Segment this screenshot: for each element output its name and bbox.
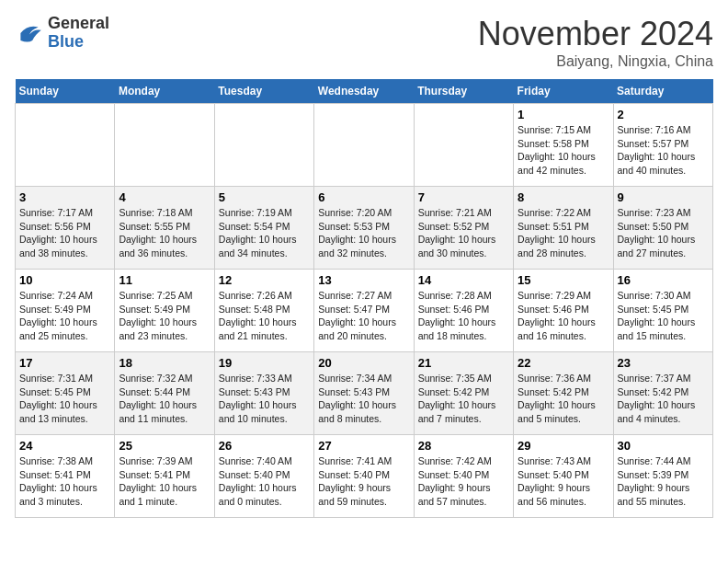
day-info: Sunrise: 7:16 AM Sunset: 5:57 PM Dayligh…: [618, 123, 709, 178]
day-number: 7: [418, 190, 509, 204]
calendar-cell: 14Sunrise: 7:28 AM Sunset: 5:46 PM Dayli…: [414, 270, 513, 352]
day-number: 12: [219, 273, 310, 287]
col-wednesday: Wednesday: [314, 79, 414, 104]
calendar-table: Sunday Monday Tuesday Wednesday Thursday…: [15, 79, 713, 518]
day-info: Sunrise: 7:25 AM Sunset: 5:49 PM Dayligh…: [119, 289, 210, 343]
col-thursday: Thursday: [414, 79, 513, 104]
day-number: 22: [518, 356, 609, 370]
day-number: 30: [618, 439, 709, 453]
day-info: Sunrise: 7:36 AM Sunset: 5:42 PM Dayligh…: [518, 372, 609, 426]
calendar-cell: 11Sunrise: 7:25 AM Sunset: 5:49 PM Dayli…: [115, 270, 214, 352]
day-info: Sunrise: 7:42 AM Sunset: 5:40 PM Dayligh…: [418, 454, 509, 509]
day-number: 21: [418, 356, 509, 370]
day-number: 4: [119, 190, 210, 204]
logo: General Blue: [15, 15, 109, 52]
calendar-cell: 1Sunrise: 7:15 AM Sunset: 5:58 PM Daylig…: [514, 104, 613, 187]
day-info: Sunrise: 7:22 AM Sunset: 5:51 PM Dayligh…: [518, 206, 609, 260]
day-number: 23: [618, 356, 709, 370]
location-subtitle: Baiyang, Ningxia, China: [478, 53, 713, 70]
calendar-cell: 28Sunrise: 7:42 AM Sunset: 5:40 PM Dayli…: [414, 435, 513, 518]
calendar-cell: 8Sunrise: 7:22 AM Sunset: 5:51 PM Daylig…: [514, 187, 613, 270]
day-number: 10: [19, 273, 110, 287]
day-info: Sunrise: 7:39 AM Sunset: 5:41 PM Dayligh…: [119, 454, 210, 509]
day-number: 1: [518, 108, 609, 121]
header: General Blue November 2024 Baiyang, Ning…: [15, 15, 713, 70]
day-info: Sunrise: 7:15 AM Sunset: 5:58 PM Dayligh…: [518, 123, 609, 178]
day-number: 19: [219, 356, 310, 370]
day-info: Sunrise: 7:34 AM Sunset: 5:43 PM Dayligh…: [318, 372, 409, 426]
calendar-cell: [115, 104, 214, 187]
calendar-cell: 26Sunrise: 7:40 AM Sunset: 5:40 PM Dayli…: [214, 435, 313, 518]
day-info: Sunrise: 7:19 AM Sunset: 5:54 PM Dayligh…: [219, 206, 310, 260]
day-number: 6: [318, 190, 409, 204]
day-info: Sunrise: 7:44 AM Sunset: 5:39 PM Dayligh…: [618, 454, 709, 509]
calendar-cell: [414, 104, 513, 187]
day-number: 11: [119, 273, 210, 287]
day-info: Sunrise: 7:20 AM Sunset: 5:53 PM Dayligh…: [318, 206, 409, 260]
day-info: Sunrise: 7:38 AM Sunset: 5:41 PM Dayligh…: [19, 454, 110, 509]
col-friday: Friday: [514, 79, 613, 104]
calendar-cell: 21Sunrise: 7:35 AM Sunset: 5:42 PM Dayli…: [414, 352, 513, 435]
week-row-4: 17Sunrise: 7:31 AM Sunset: 5:45 PM Dayli…: [16, 352, 713, 435]
day-number: 20: [318, 356, 409, 370]
calendar-cell: 24Sunrise: 7:38 AM Sunset: 5:41 PM Dayli…: [16, 435, 115, 518]
day-info: Sunrise: 7:30 AM Sunset: 5:45 PM Dayligh…: [618, 289, 709, 343]
calendar-cell: 19Sunrise: 7:33 AM Sunset: 5:43 PM Dayli…: [214, 352, 313, 435]
calendar-cell: 13Sunrise: 7:27 AM Sunset: 5:47 PM Dayli…: [314, 270, 414, 352]
col-tuesday: Tuesday: [214, 79, 313, 104]
calendar-cell: [214, 104, 313, 187]
day-number: 9: [618, 190, 709, 204]
day-info: Sunrise: 7:29 AM Sunset: 5:46 PM Dayligh…: [518, 289, 609, 343]
calendar-cell: 6Sunrise: 7:20 AM Sunset: 5:53 PM Daylig…: [314, 187, 414, 270]
day-number: 15: [518, 273, 609, 287]
logo-icon: [15, 18, 44, 48]
calendar-cell: [314, 104, 414, 187]
calendar-cell: 2Sunrise: 7:16 AM Sunset: 5:57 PM Daylig…: [613, 104, 712, 187]
calendar-cell: 22Sunrise: 7:36 AM Sunset: 5:42 PM Dayli…: [514, 352, 613, 435]
col-monday: Monday: [115, 79, 214, 104]
day-info: Sunrise: 7:26 AM Sunset: 5:48 PM Dayligh…: [219, 289, 310, 343]
calendar-cell: 7Sunrise: 7:21 AM Sunset: 5:52 PM Daylig…: [414, 187, 513, 270]
day-number: 18: [119, 356, 210, 370]
day-info: Sunrise: 7:32 AM Sunset: 5:44 PM Dayligh…: [119, 372, 210, 426]
calendar-cell: 3Sunrise: 7:17 AM Sunset: 5:56 PM Daylig…: [16, 187, 115, 270]
calendar-cell: 17Sunrise: 7:31 AM Sunset: 5:45 PM Dayli…: [16, 352, 115, 435]
calendar-cell: 25Sunrise: 7:39 AM Sunset: 5:41 PM Dayli…: [115, 435, 214, 518]
day-info: Sunrise: 7:37 AM Sunset: 5:42 PM Dayligh…: [618, 372, 709, 426]
day-number: 2: [618, 108, 709, 121]
day-info: Sunrise: 7:43 AM Sunset: 5:40 PM Dayligh…: [518, 454, 609, 509]
title-area: November 2024 Baiyang, Ningxia, China: [478, 15, 713, 70]
column-headers: Sunday Monday Tuesday Wednesday Thursday…: [16, 79, 713, 104]
week-row-1: 1Sunrise: 7:15 AM Sunset: 5:58 PM Daylig…: [16, 104, 713, 187]
day-info: Sunrise: 7:27 AM Sunset: 5:47 PM Dayligh…: [318, 289, 409, 343]
day-info: Sunrise: 7:23 AM Sunset: 5:50 PM Dayligh…: [618, 206, 709, 260]
calendar-cell: 29Sunrise: 7:43 AM Sunset: 5:40 PM Dayli…: [514, 435, 613, 518]
day-number: 8: [518, 190, 609, 204]
day-number: 26: [219, 439, 310, 453]
month-title: November 2024: [478, 15, 713, 53]
calendar-cell: 18Sunrise: 7:32 AM Sunset: 5:44 PM Dayli…: [115, 352, 214, 435]
day-number: 24: [19, 439, 110, 453]
day-number: 28: [418, 439, 509, 453]
col-saturday: Saturday: [613, 79, 712, 104]
day-info: Sunrise: 7:24 AM Sunset: 5:49 PM Dayligh…: [19, 289, 110, 343]
day-number: 29: [518, 439, 609, 453]
calendar-cell: 23Sunrise: 7:37 AM Sunset: 5:42 PM Dayli…: [613, 352, 712, 435]
calendar-cell: [16, 104, 115, 187]
day-number: 17: [19, 356, 110, 370]
calendar-cell: 30Sunrise: 7:44 AM Sunset: 5:39 PM Dayli…: [613, 435, 712, 518]
calendar-cell: 12Sunrise: 7:26 AM Sunset: 5:48 PM Dayli…: [214, 270, 313, 352]
day-number: 5: [219, 190, 310, 204]
calendar-cell: 5Sunrise: 7:19 AM Sunset: 5:54 PM Daylig…: [214, 187, 313, 270]
day-number: 14: [418, 273, 509, 287]
day-info: Sunrise: 7:21 AM Sunset: 5:52 PM Dayligh…: [418, 206, 509, 260]
calendar-cell: 16Sunrise: 7:30 AM Sunset: 5:45 PM Dayli…: [613, 270, 712, 352]
day-info: Sunrise: 7:28 AM Sunset: 5:46 PM Dayligh…: [418, 289, 509, 343]
day-number: 25: [119, 439, 210, 453]
day-number: 3: [19, 190, 110, 204]
calendar-cell: 4Sunrise: 7:18 AM Sunset: 5:55 PM Daylig…: [115, 187, 214, 270]
day-info: Sunrise: 7:31 AM Sunset: 5:45 PM Dayligh…: [19, 372, 110, 426]
col-sunday: Sunday: [16, 79, 115, 104]
day-number: 16: [618, 273, 709, 287]
calendar-cell: 10Sunrise: 7:24 AM Sunset: 5:49 PM Dayli…: [16, 270, 115, 352]
